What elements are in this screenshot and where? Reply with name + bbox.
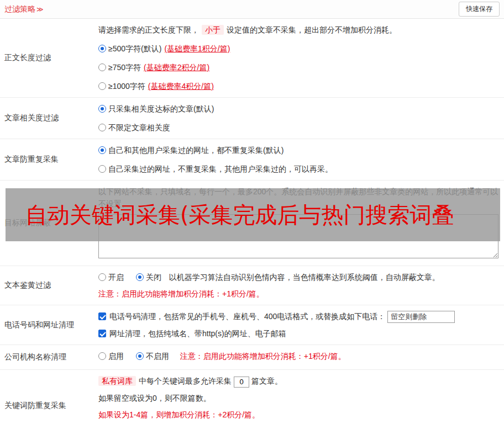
radio-button[interactable] [98, 165, 106, 173]
radio-button[interactable] [98, 63, 106, 71]
double-chevron-icon: ≫ [36, 6, 44, 13]
row-label: 文本鉴黄过滤 [0, 266, 98, 305]
radio-button[interactable] [98, 273, 106, 281]
length-option-750: ≥750字符(基础费率2积分/篇) [98, 61, 500, 73]
gray-banner-overlay: 自动关键词采集(采集完成后与热门搜索词叠 [6, 188, 500, 241]
porn-filter-desc: 以机器学习算法自动识别色情内容，当色情概率达到系统阈值，自动屏蔽文章。 [169, 273, 440, 282]
page-title[interactable]: 过滤策略≫ [4, 4, 44, 14]
dedup-option-self: 自己采集过的网址，不重复采集，其他用户采集过的，可以再采。 [98, 163, 500, 175]
option-label: 只采集相关度达标的文章(默认) [108, 104, 214, 113]
row-label: 正文长度过滤 [0, 19, 98, 97]
porn-filter-note: 注意：启用此功能将增加积分消耗：+1积分/篇。 [98, 288, 500, 300]
row-label: 公司机构名称清理 [0, 345, 98, 369]
row-content: 私有词库中每个关键词最多允许采集篇文章。 如果留空或设为0，则不限篇数。 如果设… [98, 370, 504, 424]
radio-button[interactable] [98, 146, 106, 154]
keyword-dedup-line1: 私有词库中每个关键词最多允许采集篇文章。 [98, 375, 500, 387]
option-label: 开启 [108, 273, 124, 282]
option-label: 不限定文章相关度 [108, 123, 170, 132]
filter-policy-page: 过滤策略≫ 快速保存 正文长度过滤 请选择需求的正文长度下限，小于设定值的文章不… [0, 0, 504, 424]
row-content: 自己和其他用户采集过的网址，都不重复采集(默认) 自己采集过的网址，不重复采集，… [98, 139, 504, 180]
row-content-length-filter: 正文长度过滤 请选择需求的正文长度下限，小于设定值的文章不采集，超出部分不增加积… [0, 19, 504, 98]
radio-button[interactable] [98, 82, 106, 90]
relevance-option-strict: 只采集相关度达标的文章(默认) [98, 103, 500, 115]
url-clean-checkbox[interactable] [98, 330, 106, 337]
max-articles-input[interactable] [234, 377, 249, 388]
desc-text: 请选择需求的正文长度下限， [98, 25, 199, 34]
length-filter-desc: 请选择需求的正文长度下限，小于设定值的文章不采集，超出部分不增加积分消耗。 [98, 24, 500, 36]
quick-save-button[interactable]: 快速保存 [459, 2, 500, 17]
radio-button[interactable] [98, 105, 106, 113]
fee-note: (基础费率4积分/篇) [148, 82, 214, 91]
row-label: 电话号码和网址清理 [0, 305, 98, 344]
option-label: ≥1000字符 [108, 82, 145, 91]
row-keyword-dedup: 关键词防重复采集 私有词库中每个关键词最多允许采集篇文章。 如果留空或设为0，则… [0, 370, 504, 424]
topbar: 过滤策略≫ 快速保存 [0, 0, 504, 19]
desc-text: 设定值的文章不采集，超出部分不增加积分消耗。 [227, 25, 397, 34]
row-label: 关键词防重复采集 [0, 370, 98, 424]
row-label: 文章相关度过滤 [0, 98, 98, 139]
private-lexicon-badge: 私有词库 [98, 376, 136, 386]
line1-text-after: 篇文章。 [251, 377, 282, 385]
row-label: 文章防重复采集 [0, 139, 98, 180]
radio-button[interactable] [136, 273, 144, 281]
company-clean-options: 启用 不启用 注意：启用此功能将增加积分消耗：+1积分/篇。 [98, 350, 500, 362]
page-title-text: 过滤策略 [4, 4, 35, 13]
fee-note: (基础费率2积分/篇) [144, 63, 209, 72]
radio-button[interactable] [136, 352, 144, 360]
option-label: 自己和其他用户采集过的网址，都不重复采集(默认) [108, 146, 284, 155]
keyword-dedup-line3: 如果设为1-4篇，则增加积分消耗：+2积分/篇。 [98, 409, 500, 421]
row-article-dedup: 文章防重复采集 自己和其他用户采集过的网址，都不重复采集(默认) 自己采集过的网… [0, 139, 504, 181]
dedup-option-global: 自己和其他用户采集过的网址，都不重复采集(默认) [98, 144, 500, 156]
radio-button[interactable] [98, 352, 106, 360]
row-content: 开启 关闭 以机器学习算法自动识别色情内容，当色情概率达到系统阈值，自动屏蔽文章… [98, 266, 504, 305]
url-clean-line: 网址清理，包括纯域名、带http(s)的网址、电子邮箱 [98, 327, 500, 340]
porn-filter-options: 开启 关闭 以机器学习算法自动识别色情内容，当色情概率达到系统阈值，自动屏蔽文章… [98, 271, 500, 283]
phone-clean-checkbox[interactable] [98, 312, 106, 320]
length-option-500: ≥500字符(默认)(基础费率1积分/篇) [98, 43, 500, 55]
phone-clean-label: 电话号码清理，包括常见的手机号、座机号、400电话格式，或替换成如下电话： [109, 312, 385, 321]
option-label: 启用 [108, 352, 124, 361]
phone-clean-line: 电话号码清理，包括常见的手机号、座机号、400电话格式，或替换成如下电话： [98, 310, 500, 323]
option-label: 不启用 [146, 352, 169, 361]
company-clean-note: 注意：启用此功能将增加积分消耗：+1积分/篇。 [180, 352, 346, 361]
banner-text: 自动关键词采集(采集完成后与热门搜索词叠 [6, 200, 454, 230]
row-porn-filter: 文本鉴黄过滤 开启 关闭 以机器学习算法自动识别色情内容，当色情概率达到系统阈值… [0, 266, 504, 305]
fee-note: (基础费率1积分/篇) [164, 44, 230, 53]
option-label: ≥750字符 [108, 63, 141, 72]
highlight-term: 小于 [202, 25, 224, 35]
row-phone-url-clean: 电话号码和网址清理 电话号码清理，包括常见的手机号、座机号、400电话格式，或替… [0, 305, 504, 345]
row-company-clean: 公司机构名称清理 启用 不启用 注意：启用此功能将增加积分消耗：+1积分/篇。 [0, 345, 504, 370]
radio-button[interactable] [98, 45, 106, 52]
line1-text: 中每个关键词最多允许采集 [139, 377, 232, 385]
relevance-option-any: 不限定文章相关度 [98, 121, 500, 134]
row-content: 请选择需求的正文长度下限，小于设定值的文章不采集，超出部分不增加积分消耗。 ≥5… [98, 19, 504, 97]
option-label: 关闭 [146, 273, 161, 282]
length-option-1000: ≥1000字符(基础费率4积分/篇) [98, 80, 500, 92]
replacement-phone-input[interactable] [387, 311, 455, 323]
row-content: 启用 不启用 注意：启用此功能将增加积分消耗：+1积分/篇。 [98, 345, 504, 369]
row-relevance-filter: 文章相关度过滤 只采集相关度达标的文章(默认) 不限定文章相关度 [0, 98, 504, 139]
option-label: 自己采集过的网址，不重复采集，其他用户采集过的，可以再采。 [108, 165, 333, 173]
option-label: ≥500字符(默认) [108, 44, 161, 53]
url-clean-label: 网址清理，包括纯域名、带http(s)的网址、电子邮箱 [109, 329, 286, 338]
radio-button[interactable] [98, 124, 106, 131]
row-content: 只采集相关度达标的文章(默认) 不限定文章相关度 [98, 98, 504, 139]
keyword-dedup-line2: 如果留空或设为0，则不限篇数。 [98, 392, 500, 404]
row-content: 电话号码清理，包括常见的手机号、座机号、400电话格式，或替换成如下电话： 网址… [98, 305, 504, 344]
